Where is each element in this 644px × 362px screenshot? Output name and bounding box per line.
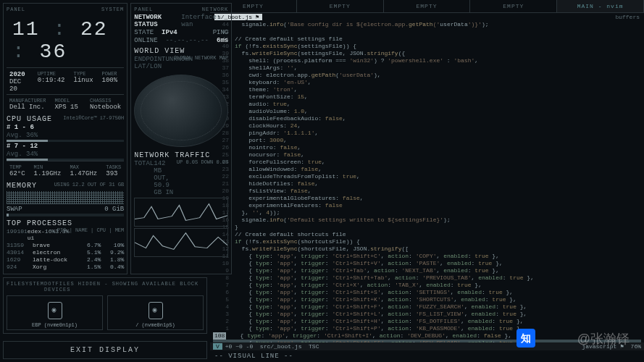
code-line[interactable]: 13if (!fs.existsSync(shortcutsFile)) { xyxy=(213,238,641,245)
code-line[interactable]: 28 pingAddr: '1.1.1.1', xyxy=(213,130,641,137)
visual-mode-indicator: -- VISUAL LINE -- xyxy=(210,350,644,362)
memory-graph xyxy=(7,191,124,204)
cpu-title: CPU USAGE xyxy=(7,115,52,123)
process-row: 924Xorg 1.5%0.4% xyxy=(7,264,124,270)
editor-tabs: EMPTYEMPTYEMPTYEMPTYMAIN - nvim xyxy=(210,0,644,13)
code-line[interactable]: 38 shell: (process.platform === 'win32')… xyxy=(213,57,641,64)
code-line[interactable]: 27 port: 3000, xyxy=(213,137,641,144)
process-row: 199101edex-ui 16%3.3% xyxy=(7,228,57,241)
process-row: 43014electron 5.1%9.2% xyxy=(7,249,124,256)
code-line[interactable]: 37 shellArgs: '', xyxy=(213,64,641,72)
code-line[interactable]: 34 theme: 'tron', xyxy=(213,86,641,93)
code-line[interactable]: 6 { type: 'app', trigger: 'Ctrl+Shift+S'… xyxy=(213,289,641,296)
editor-tab[interactable]: EMPTY xyxy=(384,0,471,12)
processes-title: TOP PROCESSES xyxy=(7,219,72,227)
code-line[interactable]: 108 { type: 'app', trigger: 'Ctrl+Shift+… xyxy=(213,332,641,340)
code-line[interactable]: 30 disableFeedbackAudio: false, xyxy=(213,115,641,122)
code-line[interactable]: 15} xyxy=(213,224,641,231)
clock: 11 : 22 : 36 xyxy=(7,14,124,67)
code-line[interactable]: 18 experimentalFeatures: false xyxy=(213,202,641,209)
exit-button[interactable]: EXIT DISPLAY xyxy=(3,341,207,359)
memory-title: MEMORY xyxy=(7,182,37,190)
code-line[interactable]: 33 termFontSize: 15, xyxy=(213,93,641,101)
code-line[interactable]: 39 fs.writeFileSync(settingsFile, JSON.s… xyxy=(213,50,641,57)
code-line[interactable]: 11 { type: 'app', trigger: 'Ctrl+Shift+C… xyxy=(213,253,641,260)
network-chart xyxy=(134,198,228,227)
code-line[interactable]: 10 { type: 'app', trigger: 'Ctrl+Shift+V… xyxy=(213,260,641,267)
code-line[interactable]: 7 { type: 'app', trigger: 'Ctrl+X', acti… xyxy=(213,282,641,289)
drive-icon xyxy=(149,302,163,319)
code-line[interactable]: 8 { type: 'app', trigger: 'Ctrl+Shift+Ta… xyxy=(213,274,641,282)
drive-item[interactable]: / (nvme0n1p5) xyxy=(107,295,204,330)
code-line[interactable]: 36 cwd: electron.app.getPath('userData')… xyxy=(213,72,641,79)
code-line[interactable]: 22 excludeThreadsFromToplist: true, xyxy=(213,173,641,180)
code-line[interactable]: 16 signale.info('Default settings writte… xyxy=(213,216,641,224)
process-row: 31359brave 6.7%10% xyxy=(7,242,124,248)
code-line[interactable]: 1 { type: 'app', trigger: 'Ctrl+Shift+P'… xyxy=(213,325,641,332)
drive-item[interactable]: EBP (nvme0n1p1) xyxy=(7,295,103,330)
code-line[interactable]: 5 { type: 'app', trigger: 'Ctrl+Shift+K'… xyxy=(213,296,641,303)
globe-icon xyxy=(134,75,228,147)
code-line[interactable]: 26 nointro: false, xyxy=(213,144,641,151)
code-line[interactable]: 23 allowWindowed: false, xyxy=(213,166,641,173)
code-line[interactable]: 40if (!fs.existsSync(settingsFile)) { xyxy=(213,43,641,50)
drive-icon xyxy=(48,302,62,319)
editor-tab[interactable]: EMPTY xyxy=(297,0,384,12)
code-line[interactable]: 41// Create default settings file xyxy=(213,35,641,43)
editor-tab[interactable]: EMPTY xyxy=(470,0,557,12)
status-bar: V +0 ~0 -0 src/_boot.js TSC javascript ⚑… xyxy=(210,342,644,350)
code-editor[interactable]: 44 signale.info('Base config dir is ${el… xyxy=(210,21,644,342)
code-line[interactable]: 25 nocursor: false, xyxy=(213,151,641,159)
code-line[interactable]: 19 experimentalGlobeFeatures: false, xyxy=(213,195,641,202)
code-line[interactable]: 12 fs.writeFileSync(shortcutsFile, JSON.… xyxy=(213,245,641,253)
code-line[interactable]: 17 }, '', 4)); xyxy=(213,209,641,216)
code-line[interactable]: 35 keyboard: 'en-US', xyxy=(213,79,641,86)
process-row: 1629latte-dock 2.4%1.8% xyxy=(7,256,124,263)
code-line[interactable]: 3 { type: 'app', trigger: 'Ctrl+Shift+L'… xyxy=(213,311,641,318)
code-line[interactable]: 20 fsListView: false, xyxy=(213,188,641,195)
code-line[interactable]: 43 xyxy=(213,28,641,35)
code-line[interactable]: 2 { type: 'app', trigger: 'Ctrl+Shift+H'… xyxy=(213,318,641,325)
code-line[interactable]: 14// Create default shortcuts file xyxy=(213,231,641,238)
network-chart-2 xyxy=(134,228,228,257)
code-line[interactable]: 31 audioVolume: 1.0, xyxy=(213,108,641,115)
code-line[interactable]: 4 { type: 'app', trigger: 'Ctrl+Shift+F'… xyxy=(213,303,641,311)
code-line[interactable]: 32 audio: true, xyxy=(213,101,641,108)
code-line[interactable]: 29 clockHours: 24, xyxy=(213,122,641,130)
editor-tab[interactable]: MAIN - nvim xyxy=(557,0,644,12)
code-line[interactable]: 9 { type: 'app', trigger: 'Ctrl+Tab', ac… xyxy=(213,267,641,274)
code-line[interactable]: 24 forceFullscreen: true, xyxy=(213,159,641,166)
code-line[interactable]: 44 signale.info('Base config dir is ${el… xyxy=(213,21,641,28)
panel-label: PANEL xyxy=(7,7,25,12)
code-line[interactable]: 21 hideDotfiles: false, xyxy=(213,180,641,188)
